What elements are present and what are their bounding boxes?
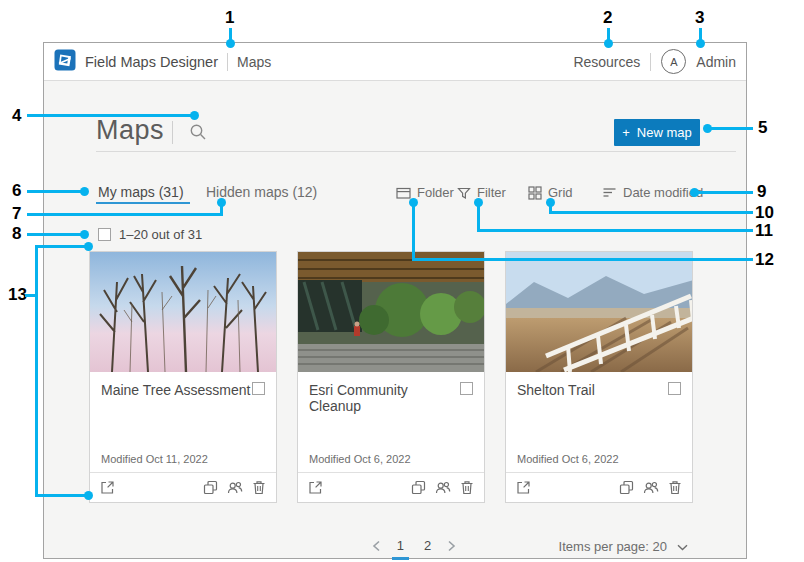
plus-icon: + <box>622 125 630 140</box>
duplicate-icon[interactable] <box>203 480 218 495</box>
callout-line <box>412 258 753 261</box>
share-group-icon[interactable] <box>643 480 659 495</box>
duplicate-icon[interactable] <box>619 480 634 495</box>
app-window: Field Maps Designer Maps Resources A Adm… <box>43 42 747 559</box>
esri-logo <box>54 49 76 75</box>
new-map-button[interactable]: + New map <box>614 119 700 146</box>
new-map-label: New map <box>637 125 692 140</box>
callout-number-1: 1 <box>225 8 234 28</box>
callout-line <box>549 211 753 214</box>
callout-number-12: 12 <box>755 250 774 270</box>
items-per-page-label: Items per page: 20 <box>559 539 667 554</box>
callout-line <box>27 114 191 117</box>
map-thumbnail-trail[interactable] <box>506 252 692 372</box>
header-divider-right <box>650 53 651 71</box>
callout-number-2: 2 <box>603 8 612 28</box>
callout-line <box>710 127 753 130</box>
callout-dot <box>217 198 226 207</box>
card-modified-date: Modified Oct 11, 2022 <box>101 453 208 465</box>
open-map-icon[interactable] <box>516 480 531 495</box>
grid-icon <box>528 186 542 200</box>
card-modified-date: Modified Oct 6, 2022 <box>517 453 619 465</box>
callout-line <box>27 233 81 236</box>
sort-icon <box>602 186 617 199</box>
selection-count: 1–20 out of 31 <box>119 227 202 242</box>
tab-my-maps[interactable]: My maps (31) <box>98 184 184 200</box>
card-title: Esri Community Cleanup <box>309 382 460 414</box>
screenshot-stage: Field Maps Designer Maps Resources A Adm… <box>0 0 804 562</box>
callout-line <box>35 494 86 497</box>
callout-number-9: 9 <box>757 182 766 202</box>
card-title: Shelton Trail <box>517 382 595 398</box>
nav-maps[interactable]: Maps <box>237 54 271 70</box>
delete-icon[interactable] <box>252 480 266 495</box>
selection-row: 1–20 out of 31 <box>98 227 202 242</box>
callout-line <box>412 204 415 261</box>
callout-line <box>27 213 223 216</box>
callout-dot <box>696 39 705 48</box>
header-divider <box>227 53 228 71</box>
callout-number-4: 4 <box>12 106 21 126</box>
map-thumbnail-trees[interactable] <box>90 252 276 372</box>
select-all-checkbox[interactable] <box>98 228 111 241</box>
filter-button[interactable]: Filter <box>457 185 506 200</box>
map-card-shelton-trail[interactable]: Shelton Trail Modified Oct 6, 2022 <box>505 251 693 503</box>
duplicate-icon[interactable] <box>411 480 426 495</box>
card-title: Maine Tree Assessment <box>101 382 250 398</box>
folder-button[interactable]: Folder <box>396 185 454 200</box>
filter-label: Filter <box>477 185 506 200</box>
delete-icon[interactable] <box>668 480 682 495</box>
delete-icon[interactable] <box>460 480 474 495</box>
callout-number-8: 8 <box>12 224 21 244</box>
sort-button[interactable]: Date modified <box>602 185 703 200</box>
folder-label: Folder <box>417 185 454 200</box>
callout-number-6: 6 <box>12 181 21 201</box>
items-per-page-select[interactable]: Items per page: 20 <box>559 539 688 554</box>
callout-dot <box>80 230 89 239</box>
app-header: Field Maps Designer Maps Resources A Adm… <box>44 43 746 81</box>
card-checkbox[interactable] <box>668 382 681 395</box>
callout-dot <box>84 242 93 251</box>
chevron-right-icon[interactable] <box>447 540 456 552</box>
map-thumbnail-building[interactable] <box>298 252 484 372</box>
card-modified-date: Modified Oct 6, 2022 <box>309 453 411 465</box>
callout-dot <box>604 39 613 48</box>
callout-number-3: 3 <box>695 8 704 28</box>
hero-rule <box>96 151 736 152</box>
chevron-down-icon <box>677 539 688 554</box>
callout-line <box>35 245 38 497</box>
open-map-icon[interactable] <box>308 480 323 495</box>
search-icon[interactable] <box>188 122 208 142</box>
page-title: Maps <box>96 115 164 146</box>
avatar[interactable]: A <box>661 49 686 74</box>
user-menu[interactable]: Admin <box>696 54 736 70</box>
callout-dot <box>84 491 93 500</box>
callout-number-5: 5 <box>758 118 767 138</box>
page-2[interactable]: 2 <box>420 536 435 555</box>
card-checkbox[interactable] <box>460 382 473 395</box>
callout-line <box>477 229 753 232</box>
open-map-icon[interactable] <box>100 480 115 495</box>
callout-number-11: 11 <box>755 221 773 241</box>
nav-resources[interactable]: Resources <box>573 54 640 70</box>
page-1[interactable]: 1 <box>393 536 408 555</box>
share-group-icon[interactable] <box>227 480 243 495</box>
callout-line <box>35 245 86 248</box>
share-group-icon[interactable] <box>435 480 451 495</box>
active-tab-underline <box>96 202 190 204</box>
map-card-esri-community-cleanup[interactable]: Esri Community Cleanup Modified Oct 6, 2… <box>297 251 485 503</box>
app-title: Field Maps Designer <box>85 54 218 70</box>
card-checkbox[interactable] <box>252 382 265 395</box>
callout-dot <box>226 39 235 48</box>
map-card-maine-tree-assessment[interactable]: Maine Tree Assessment Modified Oct 11, 2… <box>89 251 277 503</box>
callout-line <box>27 190 81 193</box>
callout-dot <box>80 187 89 196</box>
callout-number-10: 10 <box>755 203 774 223</box>
callout-number-7: 7 <box>12 204 21 224</box>
folder-icon <box>396 186 411 200</box>
title-divider <box>172 121 173 144</box>
chevron-left-icon[interactable] <box>372 540 381 552</box>
callout-dot <box>190 111 199 120</box>
callout-line <box>477 204 480 232</box>
filter-icon <box>457 186 471 200</box>
